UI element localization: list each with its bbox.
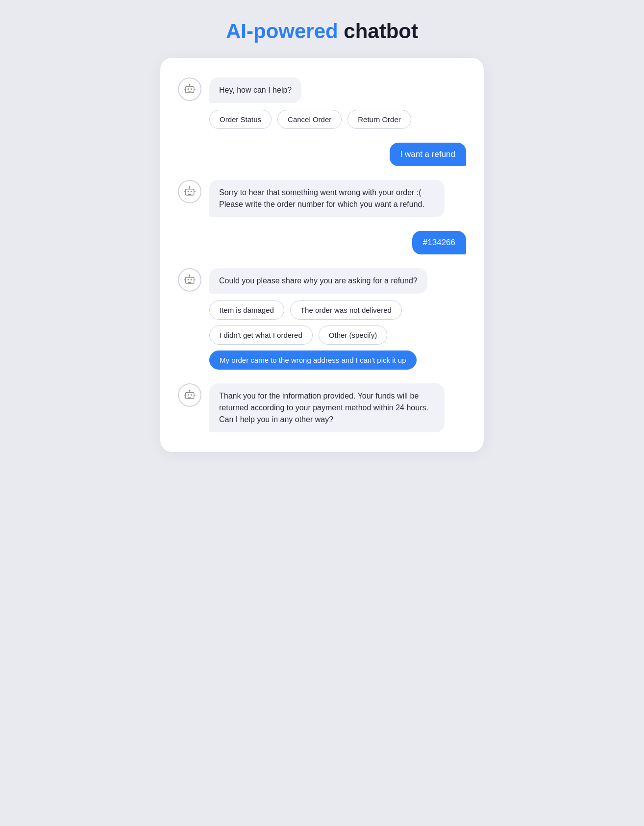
user-message-2: #134266 xyxy=(178,231,466,254)
chip-item-damaged[interactable]: Item is damaged xyxy=(209,300,284,320)
bot-message-3: Could you please share why you are askin… xyxy=(178,268,466,370)
chip-return-order[interactable]: Return Order xyxy=(347,110,411,129)
chips-row-2: Item is damaged The order was not delive… xyxy=(178,300,466,320)
bot-message-1: Hey, how can I help? Order Status Cancel… xyxy=(178,77,466,129)
bot-message-2: Sorry to hear that something went wrong … xyxy=(178,180,466,217)
bot-bubble-2: Sorry to hear that something went wrong … xyxy=(209,180,445,217)
title-rest: chatbot xyxy=(338,20,418,43)
bot-message-4: Thank you for the information provided. … xyxy=(178,383,466,432)
robot-icon xyxy=(183,388,197,402)
user-message-1: I want a refund xyxy=(178,143,466,166)
bot-bubble-1: Hey, how can I help? xyxy=(209,77,301,103)
svg-rect-26 xyxy=(191,394,192,396)
bot-bubble-3: Could you please share why you are askin… xyxy=(209,268,427,294)
user-bubble-1: I want a refund xyxy=(390,143,466,166)
svg-rect-18 xyxy=(191,279,192,280)
svg-point-21 xyxy=(189,275,191,276)
chip-wrong-item[interactable]: I didn't get what I ordered xyxy=(209,325,313,345)
user-bubble-2: #134266 xyxy=(412,231,466,254)
svg-rect-10 xyxy=(191,191,192,192)
chips-row-1: Order Status Cancel Order Return Order xyxy=(178,110,466,129)
chips-row-selected: My order came to the wrong address and I… xyxy=(178,350,466,370)
svg-point-13 xyxy=(189,186,191,188)
chip-not-delivered[interactable]: The order was not delivered xyxy=(290,300,402,320)
chips-row-3: I didn't get what I ordered Other (speci… xyxy=(178,325,466,345)
svg-point-29 xyxy=(189,390,191,391)
svg-rect-17 xyxy=(188,279,189,280)
bot-bubble-4: Thank you for the information provided. … xyxy=(209,383,445,432)
bot-avatar-4 xyxy=(178,383,201,407)
robot-icon xyxy=(183,273,197,287)
robot-icon xyxy=(183,185,197,199)
svg-rect-9 xyxy=(188,191,189,192)
chip-cancel-order[interactable]: Cancel Order xyxy=(277,110,342,129)
chat-card: Hey, how can I help? Order Status Cancel… xyxy=(160,58,484,452)
svg-rect-1 xyxy=(188,88,189,90)
page-wrapper: AI-powered chatbot xyxy=(160,20,484,452)
robot-icon xyxy=(183,82,197,96)
chip-other[interactable]: Other (specify) xyxy=(319,325,387,345)
svg-point-5 xyxy=(189,84,191,85)
svg-rect-2 xyxy=(191,88,192,90)
bot-avatar-2 xyxy=(178,180,201,203)
chip-order-status[interactable]: Order Status xyxy=(209,110,272,129)
page-title: AI-powered chatbot xyxy=(226,20,418,43)
chip-wrong-address[interactable]: My order came to the wrong address and I… xyxy=(209,350,417,370)
bot-avatar-1 xyxy=(178,77,201,101)
bot-avatar-3 xyxy=(178,268,201,292)
svg-rect-25 xyxy=(188,394,189,396)
title-highlight: AI-powered xyxy=(226,20,338,43)
